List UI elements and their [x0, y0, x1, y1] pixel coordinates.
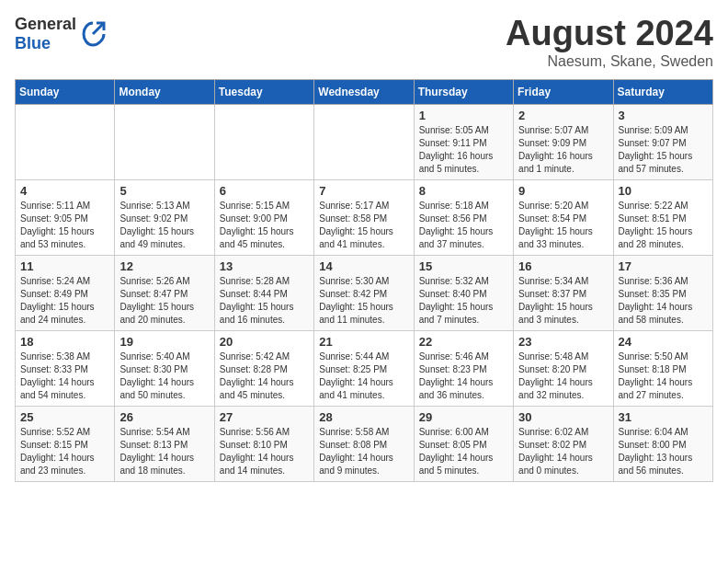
- day-info: Sunrise: 6:02 AM Sunset: 8:02 PM Dayligh…: [518, 426, 608, 477]
- day-info: Sunrise: 5:58 AM Sunset: 8:08 PM Dayligh…: [319, 426, 408, 477]
- day-number: 27: [220, 410, 309, 424]
- calendar-cell: 25Sunrise: 5:52 AM Sunset: 8:15 PM Dayli…: [16, 406, 115, 481]
- day-number: 17: [619, 259, 708, 273]
- logo-general: General: [15, 15, 76, 33]
- day-number: 28: [319, 410, 408, 424]
- calendar-cell: 31Sunrise: 6:04 AM Sunset: 8:00 PM Dayli…: [613, 406, 712, 481]
- day-info: Sunrise: 5:54 AM Sunset: 8:13 PM Dayligh…: [119, 426, 209, 477]
- calendar-cell: 16Sunrise: 5:34 AM Sunset: 8:37 PM Dayli…: [514, 255, 613, 330]
- weekday-header-thursday: Thursday: [414, 79, 513, 104]
- calendar-cell: 9Sunrise: 5:20 AM Sunset: 8:54 PM Daylig…: [514, 179, 613, 255]
- title-area: August 2024 Naesum, Skane, Sweden: [506, 15, 713, 70]
- day-info: Sunrise: 5:05 AM Sunset: 9:11 PM Dayligh…: [419, 124, 508, 176]
- day-info: Sunrise: 5:11 AM Sunset: 9:05 PM Dayligh…: [20, 200, 109, 251]
- weekday-header-wednesday: Wednesday: [314, 79, 414, 104]
- calendar-cell: 13Sunrise: 5:28 AM Sunset: 8:44 PM Dayli…: [214, 255, 313, 330]
- logo: General Blue: [15, 15, 106, 53]
- day-number: 24: [619, 335, 708, 349]
- day-number: 10: [619, 184, 708, 198]
- day-info: Sunrise: 5:38 AM Sunset: 8:33 PM Dayligh…: [20, 350, 109, 402]
- calendar-cell: 4Sunrise: 5:11 AM Sunset: 9:05 PM Daylig…: [16, 179, 115, 255]
- day-number: 4: [20, 184, 109, 198]
- calendar-week-5: 25Sunrise: 5:52 AM Sunset: 8:15 PM Dayli…: [16, 406, 713, 481]
- day-info: Sunrise: 5:32 AM Sunset: 8:40 PM Dayligh…: [419, 275, 508, 327]
- day-number: 22: [419, 335, 508, 349]
- calendar-cell: 19Sunrise: 5:40 AM Sunset: 8:30 PM Dayli…: [115, 330, 214, 406]
- day-info: Sunrise: 5:26 AM Sunset: 8:47 PM Dayligh…: [119, 275, 209, 327]
- calendar-cell: 30Sunrise: 6:02 AM Sunset: 8:02 PM Dayli…: [514, 406, 613, 481]
- calendar-cell: 17Sunrise: 5:36 AM Sunset: 8:35 PM Dayli…: [613, 255, 712, 330]
- day-info: Sunrise: 5:46 AM Sunset: 8:23 PM Dayligh…: [419, 350, 508, 402]
- logo-icon: [80, 21, 106, 47]
- calendar-week-4: 18Sunrise: 5:38 AM Sunset: 8:33 PM Dayli…: [16, 330, 713, 406]
- calendar-cell: 10Sunrise: 5:22 AM Sunset: 8:51 PM Dayli…: [613, 179, 712, 255]
- day-number: 29: [419, 410, 508, 424]
- day-number: 3: [619, 109, 708, 122]
- day-number: 7: [319, 184, 408, 198]
- day-info: Sunrise: 5:40 AM Sunset: 8:30 PM Dayligh…: [119, 350, 209, 402]
- calendar-cell: [16, 104, 115, 179]
- calendar-week-2: 4Sunrise: 5:11 AM Sunset: 9:05 PM Daylig…: [16, 179, 713, 255]
- subtitle: Naesum, Skane, Sweden: [506, 53, 713, 70]
- day-info: Sunrise: 5:18 AM Sunset: 8:56 PM Dayligh…: [419, 200, 508, 251]
- day-number: 13: [220, 259, 309, 273]
- weekday-header-sunday: Sunday: [16, 79, 115, 104]
- calendar-cell: 14Sunrise: 5:30 AM Sunset: 8:42 PM Dayli…: [314, 255, 414, 330]
- calendar-cell: 28Sunrise: 5:58 AM Sunset: 8:08 PM Dayli…: [314, 406, 414, 481]
- calendar-cell: 26Sunrise: 5:54 AM Sunset: 8:13 PM Dayli…: [115, 406, 214, 481]
- day-info: Sunrise: 5:28 AM Sunset: 8:44 PM Dayligh…: [220, 275, 309, 327]
- calendar-cell: 22Sunrise: 5:46 AM Sunset: 8:23 PM Dayli…: [414, 330, 513, 406]
- day-info: Sunrise: 5:13 AM Sunset: 9:02 PM Dayligh…: [119, 200, 209, 251]
- day-number: 14: [319, 259, 408, 273]
- day-number: 6: [220, 184, 309, 198]
- weekday-header-friday: Friday: [514, 79, 613, 104]
- day-number: 30: [518, 410, 608, 424]
- weekday-header-saturday: Saturday: [613, 79, 712, 104]
- weekday-header-monday: Monday: [115, 79, 214, 104]
- day-info: Sunrise: 5:22 AM Sunset: 8:51 PM Dayligh…: [619, 200, 708, 251]
- day-info: Sunrise: 6:00 AM Sunset: 8:05 PM Dayligh…: [419, 426, 508, 477]
- day-number: 31: [619, 410, 708, 424]
- day-info: Sunrise: 5:07 AM Sunset: 9:09 PM Dayligh…: [518, 124, 608, 176]
- day-info: Sunrise: 5:52 AM Sunset: 8:15 PM Dayligh…: [20, 426, 109, 477]
- day-info: Sunrise: 5:44 AM Sunset: 8:25 PM Dayligh…: [319, 350, 408, 402]
- day-number: 9: [518, 184, 608, 198]
- calendar-cell: 2Sunrise: 5:07 AM Sunset: 9:09 PM Daylig…: [514, 104, 613, 179]
- logo-blue: Blue: [15, 34, 51, 52]
- calendar-cell: 20Sunrise: 5:42 AM Sunset: 8:28 PM Dayli…: [214, 330, 313, 406]
- day-number: 20: [220, 335, 309, 349]
- day-info: Sunrise: 5:50 AM Sunset: 8:18 PM Dayligh…: [619, 350, 708, 402]
- day-info: Sunrise: 5:24 AM Sunset: 8:49 PM Dayligh…: [20, 275, 109, 327]
- calendar-table: SundayMondayTuesdayWednesdayThursdayFrid…: [15, 79, 713, 482]
- day-number: 21: [319, 335, 408, 349]
- day-number: 25: [20, 410, 109, 424]
- main-title: August 2024: [506, 15, 713, 53]
- day-info: Sunrise: 5:48 AM Sunset: 8:20 PM Dayligh…: [518, 350, 608, 402]
- day-info: Sunrise: 5:30 AM Sunset: 8:42 PM Dayligh…: [319, 275, 408, 327]
- calendar-body: 1Sunrise: 5:05 AM Sunset: 9:11 PM Daylig…: [16, 104, 713, 481]
- day-info: Sunrise: 6:04 AM Sunset: 8:00 PM Dayligh…: [619, 426, 708, 477]
- day-number: 11: [20, 259, 109, 273]
- day-number: 19: [119, 335, 209, 349]
- weekday-header-row: SundayMondayTuesdayWednesdayThursdayFrid…: [16, 79, 713, 104]
- calendar-cell: 1Sunrise: 5:05 AM Sunset: 9:11 PM Daylig…: [414, 104, 513, 179]
- day-info: Sunrise: 5:20 AM Sunset: 8:54 PM Dayligh…: [518, 200, 608, 251]
- day-number: 18: [20, 335, 109, 349]
- day-info: Sunrise: 5:15 AM Sunset: 9:00 PM Dayligh…: [220, 200, 309, 251]
- calendar-cell: 27Sunrise: 5:56 AM Sunset: 8:10 PM Dayli…: [214, 406, 313, 481]
- day-number: 8: [419, 184, 508, 198]
- calendar-week-1: 1Sunrise: 5:05 AM Sunset: 9:11 PM Daylig…: [16, 104, 713, 179]
- calendar-cell: 29Sunrise: 6:00 AM Sunset: 8:05 PM Dayli…: [414, 406, 513, 481]
- day-info: Sunrise: 5:09 AM Sunset: 9:07 PM Dayligh…: [619, 124, 708, 176]
- calendar-cell: 18Sunrise: 5:38 AM Sunset: 8:33 PM Dayli…: [16, 330, 115, 406]
- day-info: Sunrise: 5:17 AM Sunset: 8:58 PM Dayligh…: [319, 200, 408, 251]
- calendar-cell: 24Sunrise: 5:50 AM Sunset: 8:18 PM Dayli…: [613, 330, 712, 406]
- day-info: Sunrise: 5:34 AM Sunset: 8:37 PM Dayligh…: [518, 275, 608, 327]
- day-number: 12: [119, 259, 209, 273]
- day-number: 26: [119, 410, 209, 424]
- day-number: 16: [518, 259, 608, 273]
- day-number: 23: [518, 335, 608, 349]
- calendar-cell: 23Sunrise: 5:48 AM Sunset: 8:20 PM Dayli…: [514, 330, 613, 406]
- calendar-cell: 11Sunrise: 5:24 AM Sunset: 8:49 PM Dayli…: [16, 255, 115, 330]
- calendar-cell: [314, 104, 414, 179]
